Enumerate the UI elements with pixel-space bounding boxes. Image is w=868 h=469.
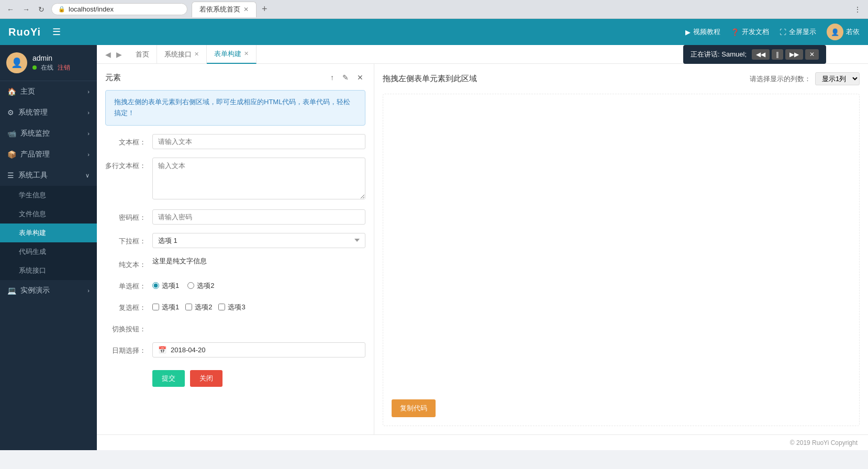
browser-chrome: ← → ↻ 🔒 localhost/index 若依系统首页 ✕ + ⋮ [0, 0, 868, 19]
form-control: 选项 1 选项 2 选项 3 [152, 233, 365, 248]
user-menu[interactable]: 👤 若依 [827, 24, 860, 40]
browser-menu-button[interactable]: ⋮ [851, 4, 864, 15]
sidebar-item-tools[interactable]: ☰ 系统工具 ∨ [0, 165, 97, 186]
sidebar-item-student[interactable]: 学生信息 [0, 186, 97, 205]
left-panel: 元素 ↑ ✎ ✕ 拖拽左侧的表单元素到右侧区域，即可生成相应的HTML代码，表单… [97, 64, 374, 434]
panel-edit-button[interactable]: ✎ [340, 72, 351, 83]
sidebar-item-label: 系统接口 [19, 266, 46, 274]
sidebar-item-formbuilder[interactable]: 表单构建 [0, 224, 97, 242]
back-button[interactable]: ← [4, 4, 17, 15]
form-control [152, 158, 365, 201]
logout-button[interactable]: 注销 [58, 63, 70, 72]
browser-tab[interactable]: 若依系统首页 ✕ [192, 2, 257, 17]
date-input-wrapper[interactable]: 📅 [152, 342, 365, 358]
username-header: 若依 [846, 27, 860, 37]
info-box: 拖拽左侧的表单元素到右侧区域，即可生成相应的HTML代码，表单代码，轻松搞定！ [105, 90, 365, 126]
checkbox-option-2[interactable]: 选项2 [185, 303, 212, 312]
form-row-password: 密码框： [105, 209, 365, 225]
tab-close-icon[interactable]: ✕ [244, 50, 249, 57]
call-close-button[interactable]: ✕ [805, 49, 819, 60]
sidebar-item-products[interactable]: 📦 产品管理 › [0, 144, 97, 165]
checkbox-option-1[interactable]: 选项1 [152, 303, 179, 312]
tab-formbuilder[interactable]: 表单构建 ✕ [207, 45, 257, 64]
call-forward-button[interactable]: ▶▶ [785, 49, 803, 60]
main-content: ◀ ▶ 首页 系统接口 ✕ 表单构建 ✕ [97, 45, 868, 450]
fullscreen-link[interactable]: ⛶ 全屏显示 [780, 27, 816, 37]
submit-button[interactable]: 提交 [152, 370, 185, 387]
form-control: 📅 [152, 342, 365, 358]
col-select[interactable]: 显示1列 显示2列 显示3列 [815, 72, 860, 85]
form-control: 这里是纯文字信息 [152, 256, 365, 266]
form-control [152, 209, 365, 225]
panel-collapse-button[interactable]: ↑ [328, 72, 336, 83]
docs-label: 开发文档 [742, 27, 769, 37]
sidebar-item-monitor[interactable]: 📹 系统监控 › [0, 123, 97, 144]
chevron-down-icon: ∨ [85, 172, 90, 179]
tab-close-icon[interactable]: ✕ [243, 6, 249, 13]
tab-label: 表单构建 [214, 49, 241, 59]
cancel-button[interactable]: 关闭 [190, 370, 222, 387]
date-input[interactable] [171, 346, 259, 354]
app-body: 👤 admin 在线 注销 🏠 主页 › ⚙ [0, 45, 868, 450]
checkbox-option-3[interactable]: 选项3 [218, 303, 245, 312]
nav-section: 🏠 主页 › ⚙ 系统管理 › 📹 系统监控 › [0, 81, 97, 301]
sidebar-item-label: 学生信息 [19, 191, 46, 199]
sidebar-item-label: 系统管理 [18, 108, 48, 117]
panel-title: 元素 [105, 73, 121, 83]
products-icon: 📦 [7, 150, 16, 159]
address-bar[interactable]: 🔒 localhost/index [51, 3, 187, 15]
new-tab-button[interactable]: + [259, 4, 271, 15]
copy-code-button[interactable]: 复制代码 [392, 399, 436, 417]
sidebar-item-codegen[interactable]: 代码生成 [0, 242, 97, 261]
password-input[interactable] [152, 209, 365, 225]
checkbox-label-1: 选项1 [162, 303, 179, 312]
textarea-input[interactable] [152, 158, 365, 199]
text-input[interactable] [152, 134, 365, 149]
sidebar-toggle-button[interactable]: ☰ [48, 24, 65, 40]
form-control [152, 321, 365, 332]
video-tutorial-link[interactable]: ▶ 视频教程 [685, 27, 720, 37]
sidebar-username: admin [32, 54, 70, 62]
sidebar-item-system[interactable]: ⚙ 系统管理 › [0, 102, 97, 123]
checkbox-input-2[interactable] [185, 304, 192, 310]
call-rewind-button[interactable]: ◀◀ [752, 49, 770, 60]
form-row-toggle: 切换按钮： [105, 321, 365, 334]
sidebar-item-files[interactable]: 文件信息 [0, 205, 97, 224]
tab-close-icon[interactable]: ✕ [194, 51, 199, 58]
sidebar-item-demo[interactable]: 💻 实例演示 › [0, 280, 97, 301]
radio-option-2[interactable]: 选项2 [187, 281, 214, 291]
info-text: 拖拽左侧的表单元素到右侧区域，即可生成相应的HTML代码，表单代码，轻松搞定！ [114, 98, 350, 117]
sidebar-item-sysapi[interactable]: 系统接口 [0, 261, 97, 280]
radio-option-1[interactable]: 选项1 [152, 281, 179, 291]
reload-button[interactable]: ↻ [36, 4, 47, 15]
checkbox-input-3[interactable] [218, 304, 225, 310]
nav-item-left: ☰ 系统工具 [7, 171, 48, 180]
tab-home[interactable]: 首页 [128, 45, 157, 64]
sidebar-user: 👤 admin 在线 注销 [0, 45, 97, 81]
chevron-right-icon: › [87, 151, 90, 158]
panel-close-button[interactable]: ✕ [355, 72, 365, 83]
select-input[interactable]: 选项 1 选项 2 选项 3 [152, 233, 365, 248]
chevron-right-icon: › [87, 109, 90, 116]
radio-input-2[interactable] [187, 282, 194, 289]
tab-bar: 若依系统首页 ✕ + [192, 2, 847, 17]
dev-docs-link[interactable]: ❓ 开发文档 [731, 27, 769, 37]
radio-group: 选项1 选项2 [152, 278, 365, 291]
call-label: 正在讲话: Samuel; [691, 50, 747, 59]
sidebar-item-home[interactable]: 🏠 主页 › [0, 81, 97, 102]
breadcrumb-back-button[interactable]: ◀ [103, 49, 113, 60]
sidebar-item-label: 产品管理 [20, 150, 50, 159]
gear-icon: ⚙ [7, 108, 14, 117]
call-notification: 正在讲话: Samuel; ◀◀ ‖ ▶▶ ✕ [683, 45, 826, 64]
tab-sysapi[interactable]: 系统接口 ✕ [157, 45, 207, 64]
avatar: 👤 [827, 24, 843, 40]
checkbox-input-1[interactable] [152, 304, 159, 310]
radio-input-1[interactable] [152, 282, 159, 289]
status-label: 在线 [41, 63, 53, 72]
sidebar-item-label: 文件信息 [19, 210, 46, 218]
forward-button[interactable]: → [20, 4, 32, 15]
breadcrumb-forward-button[interactable]: ▶ [114, 49, 124, 60]
call-pause-button[interactable]: ‖ [772, 49, 783, 60]
col-select-wrapper: 请选择显示的列数： 显示1列 显示2列 显示3列 [750, 72, 860, 85]
radio-label-1: 选项1 [162, 281, 179, 291]
